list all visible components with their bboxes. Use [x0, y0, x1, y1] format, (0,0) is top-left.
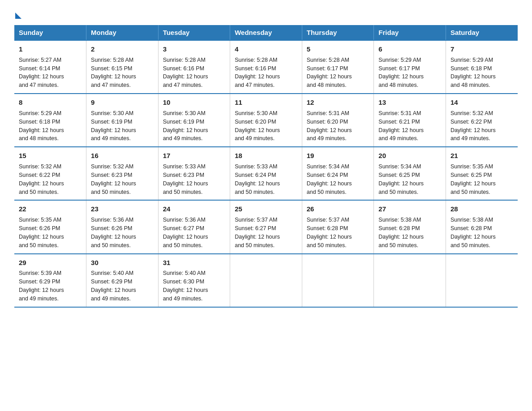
day-info: Sunrise: 5:28 AMSunset: 6:15 PMDaylight:… [91, 57, 136, 89]
column-header-tuesday: Tuesday [158, 25, 230, 40]
calendar-cell: 6Sunrise: 5:29 AMSunset: 6:17 PMDaylight… [374, 40, 446, 94]
calendar-cell: 13Sunrise: 5:31 AMSunset: 6:21 PMDayligh… [374, 94, 446, 147]
day-number: 20 [378, 151, 441, 161]
day-number: 17 [163, 151, 226, 161]
calendar-cell: 1Sunrise: 5:27 AMSunset: 6:14 PMDaylight… [14, 40, 86, 94]
calendar-cell: 19Sunrise: 5:34 AMSunset: 6:24 PMDayligh… [302, 147, 374, 200]
calendar-cell: 21Sunrise: 5:35 AMSunset: 6:25 PMDayligh… [446, 147, 518, 200]
day-number: 6 [378, 44, 441, 54]
day-number: 23 [91, 204, 154, 214]
calendar-week-row: 29Sunrise: 5:39 AMSunset: 6:29 PMDayligh… [14, 254, 518, 307]
day-info: Sunrise: 5:35 AMSunset: 6:25 PMDaylight:… [450, 163, 496, 195]
day-info: Sunrise: 5:32 AMSunset: 6:22 PMDaylight:… [450, 110, 496, 142]
calendar-cell: 28Sunrise: 5:38 AMSunset: 6:28 PMDayligh… [446, 200, 518, 253]
day-info: Sunrise: 5:35 AMSunset: 6:26 PMDaylight:… [19, 217, 64, 248]
calendar-cell: 23Sunrise: 5:36 AMSunset: 6:26 PMDayligh… [86, 200, 159, 253]
day-info: Sunrise: 5:34 AMSunset: 6:25 PMDaylight:… [378, 163, 424, 195]
calendar-cell: 17Sunrise: 5:33 AMSunset: 6:23 PMDayligh… [158, 147, 230, 200]
day-info: Sunrise: 5:40 AMSunset: 6:30 PMDaylight:… [163, 270, 208, 302]
day-info: Sunrise: 5:32 AMSunset: 6:22 PMDaylight:… [19, 163, 64, 195]
day-number: 30 [91, 258, 154, 268]
day-number: 18 [235, 151, 297, 161]
day-number: 5 [307, 44, 369, 54]
calendar-cell: 24Sunrise: 5:36 AMSunset: 6:27 PMDayligh… [158, 200, 230, 253]
calendar-cell: 29Sunrise: 5:39 AMSunset: 6:29 PMDayligh… [14, 254, 86, 307]
calendar-cell: 30Sunrise: 5:40 AMSunset: 6:29 PMDayligh… [86, 254, 159, 307]
calendar-cell: 3Sunrise: 5:28 AMSunset: 6:16 PMDaylight… [158, 40, 230, 94]
day-number: 10 [163, 98, 226, 107]
day-info: Sunrise: 5:34 AMSunset: 6:24 PMDaylight:… [307, 163, 352, 195]
day-number: 2 [91, 44, 154, 54]
day-info: Sunrise: 5:29 AMSunset: 6:17 PMDaylight:… [378, 57, 424, 89]
calendar-cell: 18Sunrise: 5:33 AMSunset: 6:24 PMDayligh… [230, 147, 302, 200]
day-info: Sunrise: 5:28 AMSunset: 6:17 PMDaylight:… [307, 57, 352, 89]
day-info: Sunrise: 5:33 AMSunset: 6:24 PMDaylight:… [235, 163, 280, 195]
day-number: 22 [19, 204, 82, 214]
calendar-cell: 26Sunrise: 5:37 AMSunset: 6:28 PMDayligh… [302, 200, 374, 253]
column-header-saturday: Saturday [446, 25, 518, 40]
day-number: 9 [91, 98, 154, 107]
day-info: Sunrise: 5:29 AMSunset: 6:18 PMDaylight:… [450, 57, 496, 89]
calendar-cell [446, 254, 518, 307]
calendar-cell: 20Sunrise: 5:34 AMSunset: 6:25 PMDayligh… [374, 147, 446, 200]
calendar-cell: 22Sunrise: 5:35 AMSunset: 6:26 PMDayligh… [14, 200, 86, 253]
day-info: Sunrise: 5:40 AMSunset: 6:29 PMDaylight:… [91, 270, 136, 302]
day-info: Sunrise: 5:36 AMSunset: 6:27 PMDaylight:… [163, 217, 208, 248]
calendar-week-row: 22Sunrise: 5:35 AMSunset: 6:26 PMDayligh… [14, 200, 518, 253]
day-info: Sunrise: 5:36 AMSunset: 6:26 PMDaylight:… [91, 217, 136, 248]
day-number: 4 [235, 44, 297, 54]
day-info: Sunrise: 5:37 AMSunset: 6:27 PMDaylight:… [235, 217, 280, 248]
calendar-cell: 8Sunrise: 5:29 AMSunset: 6:18 PMDaylight… [14, 94, 86, 147]
logo-arrow-icon [15, 13, 21, 19]
calendar-table: SundayMondayTuesdayWednesdayThursdayFrid… [14, 25, 518, 308]
calendar-cell: 4Sunrise: 5:28 AMSunset: 6:16 PMDaylight… [230, 40, 302, 94]
calendar-cell: 11Sunrise: 5:30 AMSunset: 6:20 PMDayligh… [230, 94, 302, 147]
column-header-friday: Friday [374, 25, 446, 40]
day-info: Sunrise: 5:38 AMSunset: 6:28 PMDaylight:… [450, 217, 496, 248]
day-info: Sunrise: 5:30 AMSunset: 6:19 PMDaylight:… [163, 110, 208, 142]
day-info: Sunrise: 5:27 AMSunset: 6:14 PMDaylight:… [19, 57, 64, 89]
calendar-cell [230, 254, 302, 307]
day-number: 15 [19, 151, 82, 161]
calendar-cell: 2Sunrise: 5:28 AMSunset: 6:15 PMDaylight… [86, 40, 159, 94]
calendar-cell [374, 254, 446, 307]
logo [14, 11, 21, 17]
calendar-cell: 12Sunrise: 5:31 AMSunset: 6:20 PMDayligh… [302, 94, 374, 147]
day-number: 3 [163, 44, 226, 54]
day-number: 26 [307, 204, 369, 214]
day-info: Sunrise: 5:33 AMSunset: 6:23 PMDaylight:… [163, 163, 208, 195]
day-info: Sunrise: 5:38 AMSunset: 6:28 PMDaylight:… [378, 217, 424, 248]
day-number: 29 [19, 258, 82, 268]
calendar-cell: 10Sunrise: 5:30 AMSunset: 6:19 PMDayligh… [158, 94, 230, 147]
calendar-cell: 16Sunrise: 5:32 AMSunset: 6:23 PMDayligh… [86, 147, 159, 200]
day-number: 16 [91, 151, 154, 161]
day-number: 31 [163, 258, 226, 268]
calendar-header-row: SundayMondayTuesdayWednesdayThursdayFrid… [14, 25, 518, 40]
calendar-cell: 9Sunrise: 5:30 AMSunset: 6:19 PMDaylight… [86, 94, 159, 147]
calendar-cell: 5Sunrise: 5:28 AMSunset: 6:17 PMDaylight… [302, 40, 374, 94]
column-header-thursday: Thursday [302, 25, 374, 40]
calendar-cell: 7Sunrise: 5:29 AMSunset: 6:18 PMDaylight… [446, 40, 518, 94]
day-number: 25 [235, 204, 297, 214]
calendar-cell: 31Sunrise: 5:40 AMSunset: 6:30 PMDayligh… [158, 254, 230, 307]
day-info: Sunrise: 5:30 AMSunset: 6:20 PMDaylight:… [235, 110, 280, 142]
calendar-cell [302, 254, 374, 307]
day-number: 24 [163, 204, 226, 214]
day-number: 8 [19, 98, 82, 107]
day-number: 1 [19, 44, 82, 54]
day-number: 12 [307, 98, 369, 107]
calendar-week-row: 15Sunrise: 5:32 AMSunset: 6:22 PMDayligh… [14, 147, 518, 200]
day-info: Sunrise: 5:31 AMSunset: 6:21 PMDaylight:… [378, 110, 424, 142]
calendar-week-row: 8Sunrise: 5:29 AMSunset: 6:18 PMDaylight… [14, 94, 518, 147]
day-info: Sunrise: 5:31 AMSunset: 6:20 PMDaylight:… [307, 110, 352, 142]
calendar-week-row: 1Sunrise: 5:27 AMSunset: 6:14 PMDaylight… [14, 40, 518, 94]
day-number: 13 [378, 98, 441, 107]
calendar-cell: 25Sunrise: 5:37 AMSunset: 6:27 PMDayligh… [230, 200, 302, 253]
day-number: 14 [450, 98, 513, 107]
day-info: Sunrise: 5:30 AMSunset: 6:19 PMDaylight:… [91, 110, 136, 142]
page-header [14, 11, 518, 17]
day-info: Sunrise: 5:37 AMSunset: 6:28 PMDaylight:… [307, 217, 352, 248]
day-info: Sunrise: 5:29 AMSunset: 6:18 PMDaylight:… [19, 110, 64, 142]
day-number: 27 [378, 204, 441, 214]
day-info: Sunrise: 5:28 AMSunset: 6:16 PMDaylight:… [163, 57, 208, 89]
